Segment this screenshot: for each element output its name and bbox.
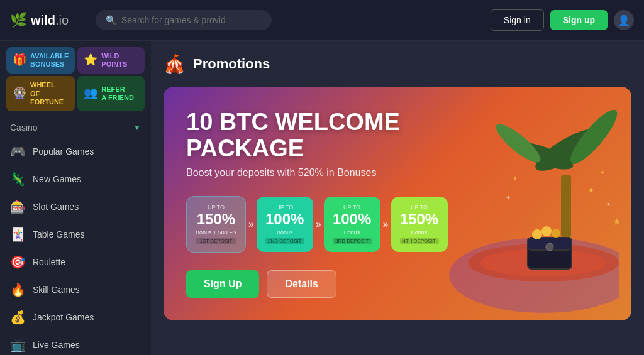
sidebar-item-skill-games[interactable]: 🔥 Skill Games <box>0 276 151 303</box>
svg-text:✦: ✦ <box>587 185 595 195</box>
bonus-item-wild-points[interactable]: ⭐ WILDPOINTS <box>77 47 145 74</box>
step-4-label: Bonus <box>400 229 439 236</box>
step-3-label: Bonus <box>333 229 372 236</box>
promo-signup-button[interactable]: Sign Up <box>186 270 259 298</box>
sidebar-item-roulette[interactable]: 🎯 Roulette <box>0 248 151 276</box>
casino-section-header[interactable]: Casino ▼ <box>0 115 151 138</box>
skill-games-icon: 🔥 <box>10 282 25 297</box>
sidebar-item-live-games[interactable]: 📺 Live Games <box>0 331 151 355</box>
bonus-item-available-bonuses[interactable]: 🎁 AVAILABLEBONUSES <box>6 47 75 74</box>
sidebar-item-table-games[interactable]: 🃏 Table Games <box>0 221 151 248</box>
step-1-upto: UP TO <box>196 204 236 210</box>
wild-points-icon: ⭐ <box>84 53 97 67</box>
step-1-label: Bonus + 500 FS <box>196 229 236 236</box>
promo-banner: ✦ ✦ ✦ ✦ ★ ✦ 10 BTC WELCOME PACKAGE Boost… <box>164 87 631 320</box>
sidebar-item-slot-games[interactable]: 🎰 Slot Games <box>0 193 151 221</box>
available-bonuses-label: AVAILABLEBONUSES <box>30 52 69 68</box>
logo[interactable]: 🌿 wild.io <box>10 12 86 28</box>
page-title-row: 🎪 Promotions <box>164 53 631 74</box>
logo-text: wild.io <box>31 13 69 28</box>
step-3-upto: UP TO <box>333 204 372 210</box>
step-arrow-1: » <box>248 219 254 230</box>
signin-button[interactable]: Sign in <box>491 9 544 31</box>
promo-title: 10 BTC WELCOME PACKAGE <box>186 109 501 162</box>
svg-point-2 <box>564 104 619 170</box>
step-4-upto: UP TO <box>400 204 439 210</box>
wheel-of-fortune-icon: 🎡 <box>13 87 26 101</box>
deposit-step-3: UP TO 100% Bonus 3RD DEPOSIT <box>324 197 380 252</box>
step-1-percent: 150% <box>196 210 236 228</box>
slot-games-icon: 🎰 <box>10 199 25 214</box>
sidebar-item-label: Slot Games <box>33 202 79 212</box>
sidebar-item-label: Roulette <box>33 257 65 267</box>
search-icon: 🔍 <box>106 15 116 25</box>
step-2-sub: 2ND DEPOSIT <box>265 238 304 244</box>
sidebar-item-label: Table Games <box>33 229 84 239</box>
avatar[interactable]: 👤 <box>614 10 634 30</box>
step-3-percent: 100% <box>333 210 372 228</box>
casino-section-label: Casino <box>10 123 38 133</box>
signup-button[interactable]: Sign up <box>550 10 608 30</box>
new-games-icon: 🦎 <box>10 172 25 187</box>
sidebar-item-new-games[interactable]: 🦎 New Games <box>0 165 151 193</box>
step-2-percent: 100% <box>265 210 304 228</box>
live-games-icon: 📺 <box>10 337 25 352</box>
refer-a-friend-label: REFERA FRIEND <box>101 85 134 102</box>
logo-icon: 🌿 <box>10 12 27 28</box>
popular-games-icon: 🎮 <box>10 144 25 159</box>
sidebar-item-label: Popular Games <box>33 146 94 156</box>
sidebar-item-label: Skill Games <box>33 285 80 295</box>
sidebar-item-label: Live Games <box>33 340 80 350</box>
bonus-item-refer-a-friend[interactable]: 👥 REFERA FRIEND <box>77 76 145 111</box>
step-2-upto: UP TO <box>265 204 304 210</box>
sidebar-item-popular-games[interactable]: 🎮 Popular Games <box>0 138 151 165</box>
header: 🌿 wild.io 🔍 Sign in Sign up 👤 <box>0 0 644 41</box>
main-layout: 🎁 AVAILABLEBONUSES ⭐ WILDPOINTS 🎡 WHEELO… <box>0 41 644 355</box>
content-area: 🎪 Promotions <box>151 41 644 355</box>
promotions-icon: 🎪 <box>164 53 186 74</box>
jackpot-games-icon: 💰 <box>10 310 25 325</box>
deposit-step-2: UP TO 100% Bonus 2ND DEPOSIT <box>257 197 313 252</box>
roulette-icon: 🎯 <box>10 254 25 270</box>
promo-subtitle: Boost your deposits with 520% in Bonuses <box>186 167 609 178</box>
available-bonuses-icon: 🎁 <box>13 53 26 67</box>
sidebar-item-label: New Games <box>33 174 81 184</box>
step-4-percent: 150% <box>400 210 439 228</box>
sidebar-item-label: Jackpot Games <box>33 312 94 322</box>
sidebar: 🎁 AVAILABLEBONUSES ⭐ WILDPOINTS 🎡 WHEELO… <box>0 41 151 355</box>
table-games-icon: 🃏 <box>10 227 25 242</box>
step-2-label: Bonus <box>265 229 304 236</box>
bonus-grid: 🎁 AVAILABLEBONUSES ⭐ WILDPOINTS 🎡 WHEELO… <box>0 41 151 115</box>
svg-text:★: ★ <box>613 216 619 227</box>
search-bar[interactable]: 🔍 <box>96 10 272 30</box>
deposit-step-4: UP TO 150% Bonus 4TH DEPOSIT <box>391 197 448 252</box>
step-arrow-3: » <box>383 219 389 230</box>
bonus-item-wheel-of-fortune[interactable]: 🎡 WHEELOF FORTUNE <box>6 76 75 111</box>
deposit-step-1: UP TO 150% Bonus + 500 FS 1ST DEPOSIT <box>186 196 246 253</box>
step-arrow-2: » <box>316 219 321 230</box>
refer-a-friend-icon: 👥 <box>84 87 97 101</box>
chevron-down-icon: ▼ <box>133 123 141 132</box>
step-3-sub: 3RD DEPOSIT <box>333 238 372 244</box>
deposit-steps: UP TO 150% Bonus + 500 FS 1ST DEPOSIT » … <box>186 196 609 253</box>
wheel-of-fortune-label: WHEELOF FORTUNE <box>30 81 69 106</box>
page-title: Promotions <box>193 56 270 72</box>
promo-ctas: Sign Up Details <box>186 270 609 298</box>
search-input[interactable] <box>121 15 262 25</box>
sidebar-nav: 🎮 Popular Games 🦎 New Games 🎰 Slot Games… <box>0 138 151 355</box>
step-4-sub: 4TH DEPOSIT <box>400 238 439 244</box>
wild-points-label: WILDPOINTS <box>101 52 127 68</box>
step-1-sub: 1ST DEPOSIT <box>196 238 236 244</box>
sidebar-item-jackpot-games[interactable]: 💰 Jackpot Games <box>0 303 151 331</box>
promo-details-button[interactable]: Details <box>267 270 336 298</box>
header-right: Sign in Sign up 👤 <box>491 9 634 31</box>
